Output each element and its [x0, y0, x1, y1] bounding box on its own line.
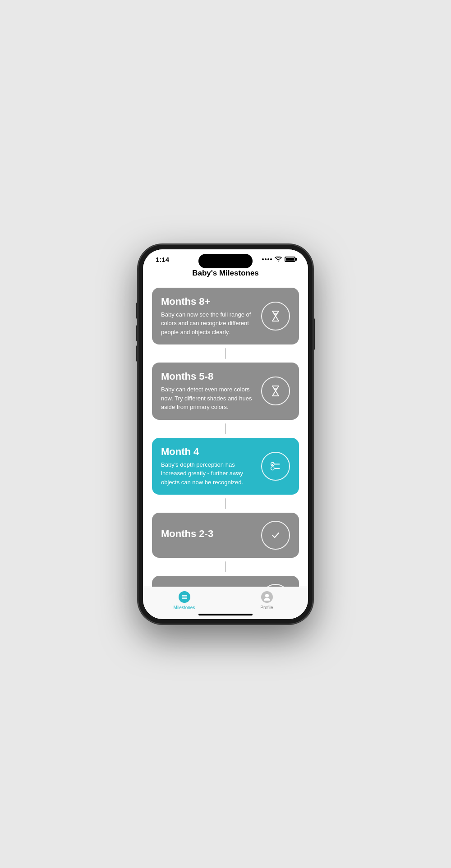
connector-line [225, 348, 226, 359]
svg-point-2 [271, 467, 275, 470]
page-title: Baby's Milestones [152, 269, 299, 278]
connector-4 [152, 561, 299, 572]
hourglass-icon [269, 309, 282, 323]
page-title-bar: Baby's Milestones [143, 267, 308, 283]
milestones-nav-icon [178, 591, 191, 603]
phone-device: 1:14 Baby's Milestones [138, 244, 313, 625]
connector-2 [152, 423, 299, 434]
nav-label-milestones: Milestones [174, 605, 195, 610]
status-time: 1:14 [156, 256, 169, 263]
connector-3 [152, 498, 299, 509]
nav-item-milestones[interactable]: Milestones [143, 591, 226, 610]
card-text-month-4: Month 4 Baby's depth perception has incr… [161, 446, 261, 487]
milestone-card-months-8-plus[interactable]: Months 8+ Baby can now see the full rang… [152, 288, 299, 345]
card-text-months-8-plus: Months 8+ Baby can now see the full rang… [161, 296, 261, 337]
notch [198, 254, 253, 268]
card-icon-months-2-3 [261, 521, 290, 550]
card-desc-month-4: Baby's depth perception has increased gr… [161, 460, 256, 487]
signal-dots-icon [262, 258, 272, 260]
connector-line-2 [225, 423, 226, 434]
milestone-card-month-4[interactable]: Month 4 Baby's depth perception has incr… [152, 438, 299, 495]
card-title-months-5-8: Months 5-8 [161, 371, 256, 382]
svg-point-9 [265, 594, 269, 597]
checklist-icon [268, 459, 283, 474]
checkmark-icon [269, 528, 282, 542]
card-desc-months-5-8: Baby can detect even more colors now. Tr… [161, 385, 256, 412]
connector-line-3 [225, 498, 226, 509]
card-text-months-5-8: Months 5-8 Baby can detect even more col… [161, 371, 261, 412]
card-title-month-4: Month 4 [161, 446, 256, 458]
card-desc-months-8-plus: Baby can now see the full range of color… [161, 310, 256, 337]
nav-label-profile: Profile [260, 605, 273, 610]
connector-line-4 [225, 561, 226, 572]
connector-1 [152, 348, 299, 359]
home-bar [198, 614, 253, 615]
milestone-card-partial[interactable] [152, 576, 299, 587]
wifi-icon [275, 257, 282, 262]
milestone-card-months-5-8[interactable]: Months 5-8 Baby can detect even more col… [152, 363, 299, 420]
card-text-months-2-3: Months 2-3 [161, 528, 261, 542]
card-icon-months-5-8 [261, 377, 290, 405]
milestone-card-months-2-3[interactable]: Months 2-3 [152, 513, 299, 558]
card-icon-month-4 [261, 452, 290, 481]
phone-screen: 1:14 Baby's Milestones [143, 249, 308, 619]
card-icon-months-8-plus [261, 302, 290, 331]
profile-nav-icon [261, 591, 273, 603]
status-icons [262, 257, 295, 262]
nav-item-profile[interactable]: Profile [226, 591, 308, 610]
content-area[interactable]: Months 8+ Baby can now see the full rang… [143, 283, 308, 587]
card-title-months-8-plus: Months 8+ [161, 296, 256, 308]
battery-icon [285, 257, 295, 262]
card-title-months-2-3: Months 2-3 [161, 528, 256, 540]
hourglass-icon-2 [269, 384, 282, 398]
